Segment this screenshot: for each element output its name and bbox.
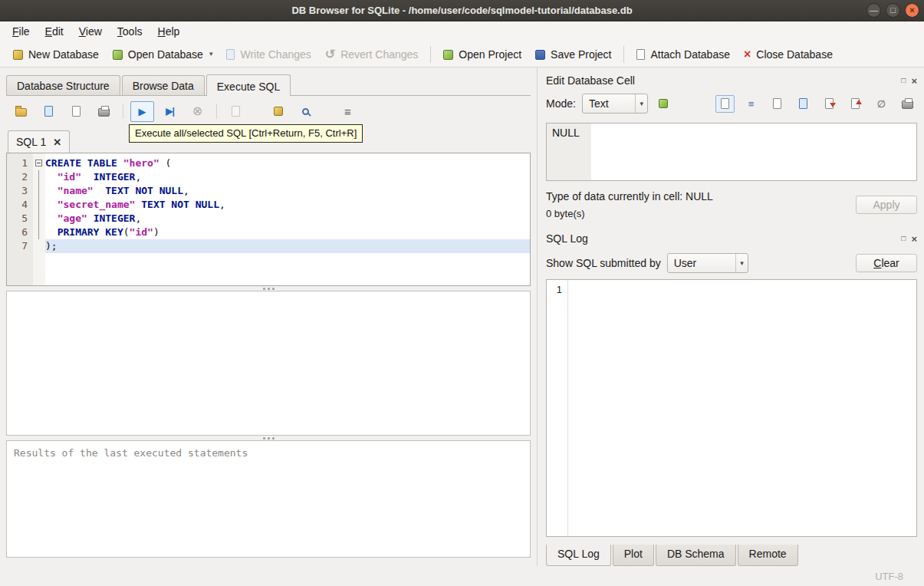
mode-select[interactable]: Text ▾ <box>582 94 648 114</box>
execute-all-button[interactable]: ▶ <box>130 101 154 122</box>
tab-plot[interactable]: Plot <box>613 545 654 566</box>
code-token: ); <box>45 240 58 252</box>
print-sql-button[interactable] <box>92 101 116 122</box>
code-token: TEXT NOT NULL <box>105 185 183 196</box>
open-sql-file-button[interactable] <box>9 101 33 122</box>
revert-changes-label: Revert Changes <box>340 48 418 61</box>
code-token <box>45 185 58 196</box>
sql-toolbar-separator <box>216 104 217 119</box>
sql-code-editor[interactable]: 1 CREATE TABLE "hero" ( 2 "id" INTEGER, … <box>6 153 531 286</box>
code-token: "hero" <box>123 157 159 169</box>
sql-log-filter-label: Show SQL submitted by <box>546 257 661 269</box>
line-number: 3 <box>7 184 33 198</box>
fold-margin <box>33 226 45 239</box>
open-project-button[interactable]: Open Project <box>436 44 528 64</box>
format-sql-button[interactable]: ≡ <box>336 101 360 122</box>
close-database-button[interactable]: × Close Database <box>737 44 840 64</box>
line-number: 2 <box>7 170 33 184</box>
close-database-icon: × <box>744 48 751 61</box>
sql-log-close-icon[interactable]: × <box>911 234 917 244</box>
open-database-dropdown-icon[interactable]: ▾ <box>209 50 213 61</box>
tab-browse-data[interactable]: Browse Data <box>122 75 205 95</box>
edit-cell-toolbar: ≡ ∅ <box>715 95 917 113</box>
attach-database-icon <box>636 49 645 60</box>
auto-switch-mode-button[interactable] <box>654 95 673 113</box>
minimize-button[interactable]: — <box>866 3 881 18</box>
encoding-indicator: UTF-8 <box>875 571 903 582</box>
stop-button[interactable]: ⊗ <box>186 101 209 122</box>
fold-collapse-icon[interactable] <box>35 160 42 166</box>
sql-1-tab-close-icon[interactable]: ✕ <box>53 137 61 147</box>
clear-log-button[interactable]: Clear <box>856 254 917 272</box>
tab-remote[interactable]: Remote <box>738 545 798 566</box>
tab-db-schema[interactable]: DB Schema <box>656 545 736 566</box>
code-token: , <box>219 199 225 210</box>
code-token: TEXT NOT NULL <box>141 199 219 210</box>
revert-changes-button[interactable]: ↺ Revert Changes <box>318 44 426 64</box>
code-token: , <box>183 185 189 196</box>
write-changes-button[interactable]: Write Changes <box>219 44 317 64</box>
maximize-button[interactable]: □ <box>886 3 900 18</box>
cell-editor[interactable]: NULL <box>546 123 917 181</box>
sql-log-filter-value: User <box>674 257 706 269</box>
menu-item-tools[interactable]: Tools <box>110 21 150 42</box>
word-wrap-button[interactable]: ≡ <box>742 95 761 113</box>
print-cell-button[interactable] <box>898 95 917 113</box>
new-database-button[interactable]: New Database <box>6 44 106 64</box>
import-data-button[interactable] <box>820 95 839 113</box>
edit-cell-close-icon[interactable]: × <box>911 76 917 86</box>
close-button[interactable]: × <box>905 3 919 18</box>
menu-item-edit[interactable]: Edit <box>38 21 71 42</box>
fold-margin <box>33 239 45 253</box>
save-as-icon <box>799 98 807 109</box>
export-data-button[interactable] <box>846 95 865 113</box>
find-replace-button[interactable] <box>294 101 317 122</box>
save-sql-file-button[interactable] <box>37 101 61 122</box>
open-database-button[interactable]: Open Database ▾ <box>106 44 220 64</box>
edit-cell-float-icon[interactable]: □ <box>901 77 906 84</box>
code-token: "id" <box>130 226 153 238</box>
attach-database-button[interactable]: Attach Database <box>630 44 737 64</box>
code-token <box>45 171 58 183</box>
sql-log-dock-header: SQL Log □ × <box>546 230 917 247</box>
tab-database-structure[interactable]: Database Structure <box>6 75 120 95</box>
open-in-editor-button[interactable] <box>715 95 735 113</box>
copy-icon <box>773 98 781 109</box>
execute-current-line-button[interactable]: ▶| <box>158 101 182 122</box>
sql-log-filter-select[interactable]: User ▾ <box>667 253 748 273</box>
results-grid-pane <box>6 291 531 436</box>
sql-log-filter-caret-icon: ▾ <box>735 254 748 272</box>
export-csv-button[interactable] <box>266 101 290 122</box>
code-token: "name" <box>58 185 94 196</box>
copy-button[interactable] <box>768 95 787 113</box>
set-null-button[interactable]: ∅ <box>872 95 891 113</box>
tab-execute-sql[interactable]: Execute SQL <box>206 74 291 96</box>
save-results-button[interactable] <box>224 101 248 122</box>
cell-editor-area[interactable] <box>591 123 916 180</box>
code-token: , <box>135 212 141 224</box>
code-token <box>87 212 94 224</box>
save-sql-file-as-button[interactable] <box>64 101 88 122</box>
close-database-label: Close Database <box>756 48 833 61</box>
fold-margin <box>33 212 45 226</box>
line-number: 5 <box>7 212 33 226</box>
menu-item-view[interactable]: View <box>71 21 110 42</box>
set-null-icon: ∅ <box>877 99 886 109</box>
sql-log-float-icon[interactable]: □ <box>901 235 906 242</box>
save-as-button[interactable] <box>794 95 813 113</box>
save-project-icon <box>535 50 545 60</box>
menu-item-help[interactable]: Help <box>150 21 188 42</box>
titlebar[interactable]: DB Browser for SQLite - /home/user/code/… <box>0 0 924 21</box>
tab-sql-1[interactable]: SQL 1 ✕ <box>8 130 70 153</box>
code-line: 6 PRIMARY KEY("id") <box>7 226 530 239</box>
save-project-button[interactable]: Save Project <box>528 44 618 64</box>
menu-item-file[interactable]: File <box>5 21 38 42</box>
cell-type-info: Type of data currently in cell: NULL <box>546 190 856 202</box>
find-replace-icon <box>302 108 309 115</box>
cell-info-row: Type of data currently in cell: NULL 0 b… <box>546 190 917 219</box>
tab-sql-log[interactable]: SQL Log <box>546 545 611 566</box>
code-token <box>94 185 106 196</box>
cell-content: NULL <box>552 127 580 139</box>
code-token: CREATE TABLE <box>45 157 123 169</box>
apply-button[interactable]: Apply <box>856 196 917 214</box>
